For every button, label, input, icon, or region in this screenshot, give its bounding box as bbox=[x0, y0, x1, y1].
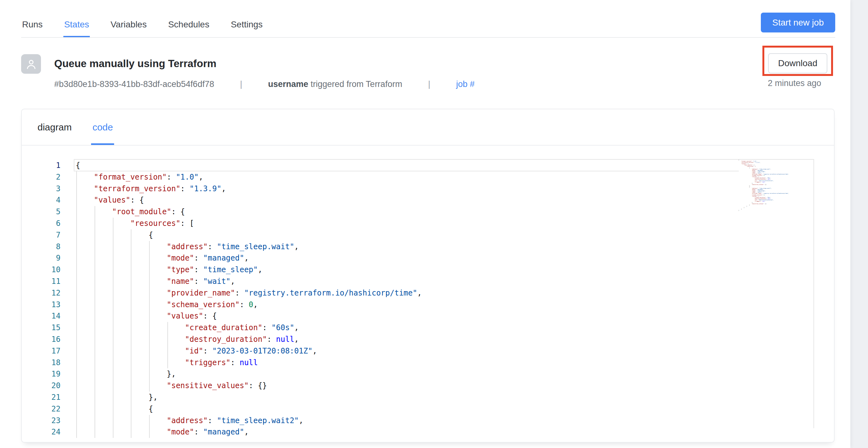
start-new-job-button[interactable]: Start new job bbox=[761, 12, 835, 32]
run-meta-row: #b3d80e1b-8393-41bb-83df-aceb54f6df78 | … bbox=[54, 79, 475, 89]
line-number: 9 bbox=[22, 252, 61, 264]
line-number: 24 bbox=[22, 426, 61, 438]
line-number: 19 bbox=[22, 368, 61, 380]
editor-minimap[interactable]: { "format_version": "1.0", "terraform_ve… bbox=[739, 159, 789, 211]
code-line: "address": "time_sleep.wait2", bbox=[75, 415, 422, 426]
nav-tab-variables[interactable]: Variables bbox=[110, 17, 148, 37]
download-button[interactable]: Download bbox=[768, 53, 827, 73]
trigger-username: username bbox=[268, 79, 308, 89]
code-line: "format_version": "1.0", bbox=[75, 171, 422, 183]
code-line: "destroy_duration": null, bbox=[75, 333, 422, 345]
code-line: "name": "wait", bbox=[75, 276, 422, 287]
code-line: { bbox=[75, 403, 422, 415]
code-line: }, bbox=[75, 368, 422, 380]
tab-diagram[interactable]: diagram bbox=[37, 109, 71, 145]
line-number: 4 bbox=[22, 194, 61, 206]
line-number: 13 bbox=[22, 299, 61, 311]
meta-separator: | bbox=[428, 79, 430, 89]
code-line: "id": "2023-03-01T20:08:01Z", bbox=[75, 345, 422, 357]
code-line: "schema_version": 0, bbox=[75, 299, 422, 311]
code-line: "resources": [ bbox=[75, 218, 422, 229]
tab-code[interactable]: code bbox=[92, 109, 113, 145]
code-line: "terraform_version": "1.3.9", bbox=[75, 183, 422, 195]
line-number: 16 bbox=[22, 333, 61, 345]
state-card: diagram code 123456789101112131415161718… bbox=[21, 109, 835, 443]
code-line: "create_duration": "60s", bbox=[75, 322, 422, 333]
line-number: 3 bbox=[22, 183, 61, 195]
nav-divider bbox=[21, 37, 835, 38]
editor-right-edge-line bbox=[813, 159, 814, 428]
main-panel: Runs States Variables Schedules Settings… bbox=[0, 0, 850, 448]
line-number: 20 bbox=[22, 380, 61, 392]
line-number: 11 bbox=[22, 276, 61, 287]
line-number: 22 bbox=[22, 403, 61, 415]
trigger-info: username triggered from Terraform bbox=[268, 79, 402, 89]
code-line: "mode": "managed", bbox=[75, 426, 422, 438]
code-line: "mode": "managed", bbox=[75, 252, 422, 264]
job-number-link[interactable]: job # bbox=[456, 79, 475, 89]
time-ago-label: 2 minutes ago bbox=[768, 78, 822, 88]
line-number: 8 bbox=[22, 241, 61, 253]
line-number: 12 bbox=[22, 287, 61, 299]
current-line-highlight bbox=[74, 159, 74, 171]
state-card-tabs: diagram code bbox=[37, 109, 113, 145]
code-line: { bbox=[75, 160, 422, 171]
code-line: }, bbox=[75, 392, 422, 403]
code-line: "provider_name": "registry.terraform.io/… bbox=[75, 287, 422, 299]
line-number: 17 bbox=[22, 345, 61, 357]
line-number: 7 bbox=[22, 229, 61, 241]
code-line: "address": "time_sleep.wait", bbox=[75, 241, 422, 253]
card-tabbar-divider bbox=[22, 145, 834, 146]
code-line: "sensitive_values": {} bbox=[75, 380, 422, 392]
nav-tab-settings[interactable]: Settings bbox=[230, 17, 263, 37]
code-editor[interactable]: { "format_version": "1.0", "terraform_ve… bbox=[75, 160, 422, 438]
line-number: 2 bbox=[22, 171, 61, 183]
page: Runs States Variables Schedules Settings… bbox=[0, 0, 868, 448]
code-line: "type": "time_sleep", bbox=[75, 264, 422, 276]
avatar bbox=[21, 54, 41, 74]
nav-tab-states[interactable]: States bbox=[63, 17, 90, 37]
line-number: 14 bbox=[22, 310, 61, 322]
meta-separator: | bbox=[240, 79, 242, 89]
code-line: { bbox=[75, 229, 422, 241]
nav-tab-runs[interactable]: Runs bbox=[22, 17, 43, 37]
line-number-gutter: 123456789101112131415161718192021222324 bbox=[22, 160, 61, 438]
code-line: "values": { bbox=[75, 194, 422, 206]
run-id: #b3d80e1b-8393-41bb-83df-aceb54f6df78 bbox=[54, 79, 214, 89]
line-number: 1 bbox=[22, 160, 61, 171]
line-number: 15 bbox=[22, 322, 61, 333]
line-number: 6 bbox=[22, 218, 61, 229]
page-title: Queue manually using Terraform bbox=[54, 58, 217, 70]
line-number: 23 bbox=[22, 415, 61, 426]
nav-tab-schedules[interactable]: Schedules bbox=[167, 17, 210, 37]
code-line: "root_module": { bbox=[75, 206, 422, 218]
line-number: 21 bbox=[22, 392, 61, 403]
line-number: 10 bbox=[22, 264, 61, 276]
line-number: 18 bbox=[22, 357, 61, 369]
trigger-text: triggered from Terraform bbox=[308, 79, 402, 89]
person-icon bbox=[25, 58, 37, 70]
code-line: "values": { bbox=[75, 310, 422, 322]
line-number: 5 bbox=[22, 206, 61, 218]
code-line: "triggers": null bbox=[75, 357, 422, 369]
minimap-line: } bbox=[739, 210, 789, 211]
top-nav: Runs States Variables Schedules Settings bbox=[22, 17, 263, 37]
